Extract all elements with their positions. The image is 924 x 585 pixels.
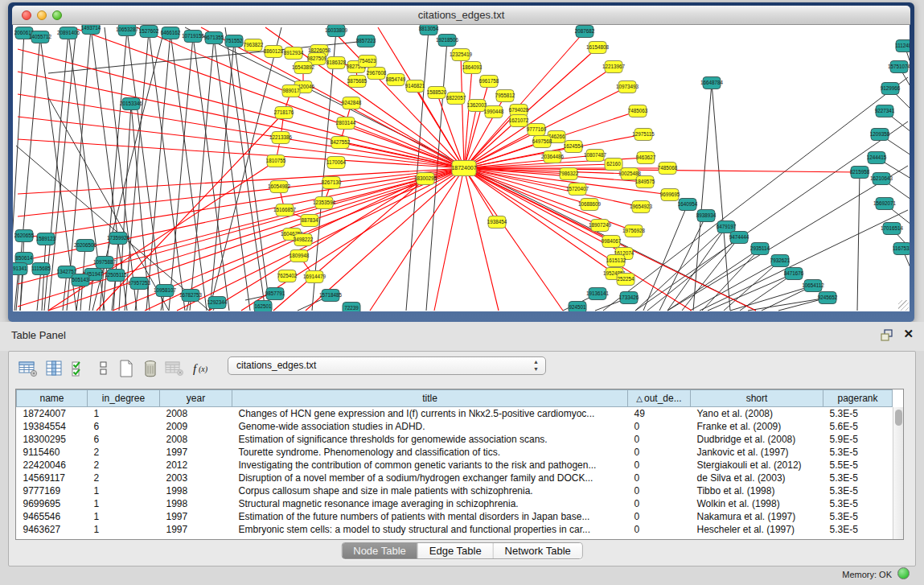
graph-node[interactable]: 2803144	[336, 117, 356, 130]
table-row[interactable]: 1872400712008Changes of HCN gene express…	[17, 407, 893, 420]
graph-node[interactable]: 9245652	[818, 292, 838, 304]
graph-node[interactable]: 9699695	[660, 189, 680, 201]
graph-node[interactable]: 18907249	[589, 220, 612, 232]
hub-graph-node[interactable]: 18724007	[451, 161, 476, 176]
graph-node[interactable]: 252254	[617, 274, 634, 286]
graph-node[interactable]: 1621072	[509, 115, 529, 127]
table-cell[interactable]: 1	[88, 510, 160, 523]
graph-node[interactable]: 72239	[343, 303, 360, 312]
graph-node[interactable]: 1615132	[606, 255, 626, 267]
graph-node[interactable]: 20206506	[74, 240, 97, 252]
table-cell[interactable]: Tourette syndrome. Phenomenology and cla…	[232, 446, 628, 459]
table-cell[interactable]: 1998	[160, 497, 232, 510]
table-cell[interactable]: Changes of HCN gene expression and I(f) …	[232, 407, 628, 420]
graph-node[interactable]: 12975115	[632, 129, 655, 141]
new-table-icon[interactable]	[115, 358, 138, 381]
column-header-name[interactable]: name	[17, 390, 88, 407]
table-cell[interactable]: Tibbo et al. (1998)	[691, 484, 823, 497]
table-cell[interactable]: Estimation of significance thresholds fo…	[232, 433, 628, 446]
table-cell[interactable]: 5.3E-5	[823, 497, 893, 510]
graph-node[interactable]: 19136141	[586, 288, 610, 300]
graph-node[interactable]: 16054982	[268, 181, 291, 193]
graph-node[interactable]: 8471676	[784, 268, 804, 280]
table-row[interactable]: 1938455462009Genome-wide association stu…	[17, 420, 893, 433]
table-cell[interactable]: 1997	[160, 510, 232, 523]
table-cell[interactable]: 2008	[160, 433, 232, 446]
graph-node[interactable]: 1810755	[266, 155, 286, 167]
column-header-out_de[interactable]: △out_de...	[628, 390, 691, 407]
table-cell[interactable]: 5.3E-5	[823, 523, 893, 536]
table-row[interactable]: 969969511998Structural magnetic resonanc…	[17, 497, 893, 510]
graph-node[interactable]: 7963822	[244, 39, 264, 51]
graph-node[interactable]: 6497568	[532, 136, 552, 148]
table-cell[interactable]: 0	[628, 523, 691, 536]
graph-node[interactable]: 3875685	[347, 76, 368, 88]
table-cell[interactable]: 9777169	[17, 484, 88, 497]
table-cell[interactable]: 18724007	[17, 407, 88, 420]
column-header-in_degree[interactable]: in_degree	[88, 390, 160, 407]
graph-node[interactable]: 17016514	[881, 223, 904, 235]
table-cell[interactable]: 5.6E-5	[823, 420, 893, 433]
graph-node[interactable]: 924501	[569, 302, 586, 312]
graph-node[interactable]: 8938934	[696, 210, 717, 222]
graph-node[interactable]: 8912934	[284, 47, 304, 60]
graph-node[interactable]: 19756928	[622, 225, 646, 237]
graph-node[interactable]: 1864093	[462, 62, 483, 74]
graph-node[interactable]: 754623	[359, 56, 376, 68]
graph-node[interactable]: 1527602	[139, 26, 159, 38]
table-cell[interactable]: 1	[88, 484, 160, 497]
select-all-icon[interactable]	[68, 358, 91, 381]
graph-node[interactable]: 15720407	[566, 183, 589, 196]
graph-node[interactable]: 12505115	[105, 270, 127, 282]
table-cell[interactable]: de Silva et al. (2003)	[691, 472, 823, 484]
graph-node[interactable]: 10688609	[578, 199, 602, 211]
graph-node[interactable]: 9857791	[265, 288, 285, 300]
graph-node[interactable]: 9984067	[602, 236, 622, 248]
graph-node[interactable]: 12213386	[269, 132, 293, 144]
table-cell[interactable]: Dudbridge et al. (2008)	[691, 433, 823, 446]
graph-node[interactable]: 2935114	[750, 243, 770, 255]
table-cell[interactable]: 0	[628, 433, 691, 446]
tab-node-table[interactable]: Node Table	[342, 543, 418, 558]
graph-node[interactable]: 1170064	[326, 157, 347, 169]
graph-node[interactable]: 2967608	[367, 68, 387, 80]
tab-network-table[interactable]: Network Table	[494, 543, 582, 558]
graph-node[interactable]: 1849575	[635, 176, 655, 188]
table-scrollbar-thumb[interactable]	[895, 410, 902, 426]
graph-node[interactable]: 7986322	[559, 168, 579, 180]
graph-node[interactable]: 9463627	[636, 152, 656, 164]
graph-node[interactable]: 15718485	[319, 290, 343, 302]
graph-node[interactable]: 17359928	[107, 233, 130, 245]
graph-node[interactable]: 8854749	[386, 74, 406, 86]
graph-node[interactable]: 16543892	[292, 62, 315, 74]
table-row[interactable]: 1456911722003Disruption of a novel membe…	[17, 472, 893, 484]
graph-node[interactable]: 7485063	[628, 105, 648, 117]
graph-node[interactable]: 8186328	[326, 57, 347, 69]
graph-node[interactable]: 9474444	[729, 232, 749, 244]
table-cell[interactable]: 2003	[160, 472, 232, 484]
graph-node[interactable]: 1624554	[564, 141, 584, 153]
graph-node[interactable]: 2620655	[14, 230, 35, 242]
graph-node[interactable]: 20891406	[57, 27, 80, 39]
graph-node[interactable]: 162501	[254, 301, 272, 312]
table-cell[interactable]: Hescheler et al. (1997)	[691, 523, 823, 536]
graph-node[interactable]: 16210643	[870, 173, 893, 185]
column-header-short[interactable]: short	[691, 390, 823, 407]
graph-node[interactable]: 9777169	[527, 124, 547, 136]
window-title-bar[interactable]: citations_edges.txt	[12, 6, 910, 25]
table-cell[interactable]: Wolkin et al. (1998)	[691, 497, 823, 510]
graph-node[interactable]: 3498222	[294, 234, 314, 246]
table-cell[interactable]: 0	[628, 472, 691, 484]
table-cell[interactable]: 0	[628, 459, 691, 472]
table-cell[interactable]: 5.9E-5	[823, 433, 893, 446]
table-cell[interactable]: 2008	[160, 407, 232, 420]
graph-node[interactable]: 1244415	[867, 152, 887, 164]
table-cell[interactable]: 5.3E-5	[823, 446, 893, 459]
graph-node[interactable]: 12353594	[313, 197, 336, 209]
table-cell[interactable]: 18300295	[17, 433, 88, 446]
close-panel-icon[interactable]: ✕	[903, 327, 914, 341]
table-cell[interactable]: 9463627	[17, 523, 88, 536]
table-cell[interactable]: 2	[88, 472, 160, 484]
table-cell[interactable]: 2	[88, 446, 160, 459]
table-cell[interactable]: 6	[88, 420, 160, 433]
